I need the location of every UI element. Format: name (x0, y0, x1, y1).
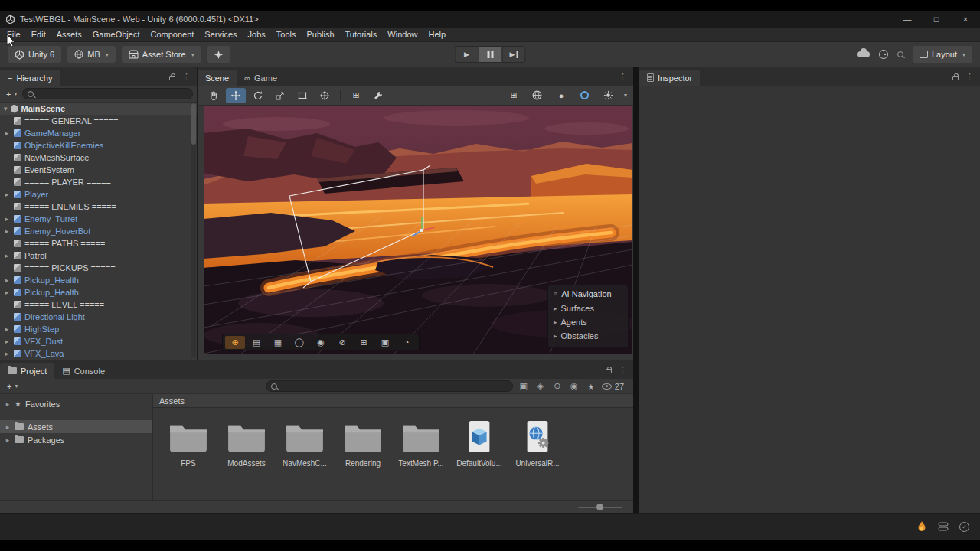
lock-icon[interactable] (169, 76, 175, 80)
ai-navigation-header[interactable]: ≡ AI Navigation (554, 289, 622, 298)
asset-folder-textmesh[interactable]: TextMesh P... (392, 417, 450, 468)
expand-arrow-icon[interactable]: ▸ (3, 276, 11, 284)
play-button[interactable]: ▶ (455, 46, 479, 63)
asset-folder-rendering[interactable]: Rendering (334, 417, 392, 468)
scene-lighting-button[interactable] (599, 88, 619, 103)
hierarchy-item[interactable]: ▸ HighStep › (0, 323, 197, 335)
cloud-services-icon[interactable] (858, 51, 870, 57)
shading-mode-button[interactable]: ● (551, 88, 571, 103)
search-saved-button[interactable]: ◉ (568, 381, 580, 391)
search-by-label-button[interactable]: ◈ (534, 381, 547, 391)
rotate-tool-button[interactable] (248, 88, 268, 103)
packages-tree-row[interactable]: ▸ Packages (0, 433, 152, 446)
panel-menu-icon[interactable]: ⋮ (182, 72, 191, 82)
tab-project[interactable]: Project (0, 363, 54, 379)
layout-dropdown[interactable]: Layout ▾ (913, 46, 972, 63)
version-control-button[interactable] (207, 46, 230, 63)
create-object-button[interactable]: + ▾ (4, 88, 19, 100)
menu-services[interactable]: Services (199, 28, 242, 42)
scene-header-row[interactable]: ▾ MainScene (0, 103, 197, 115)
menu-tutorials[interactable]: Tutorials (340, 28, 383, 42)
nav-surfaces-row[interactable]: ▸ Surfaces (554, 302, 622, 315)
expand-arrow-icon[interactable]: ▸ (3, 350, 11, 357)
asset-folder-modassets[interactable]: ModAssets (217, 417, 276, 468)
tab-console[interactable]: ▤ Console (54, 363, 113, 379)
gizmos-toggle-button[interactable] (575, 88, 595, 103)
expand-arrow-icon[interactable]: ▸ (554, 318, 557, 326)
overlay-tool-button[interactable]: ⊘ (332, 336, 352, 349)
asset-volume-profile[interactable]: DefaultVolu... (450, 417, 508, 468)
tab-hierarchy[interactable]: ≡ Hierarchy (0, 70, 60, 86)
account-button[interactable]: MB ▾ (67, 46, 116, 63)
search-by-bundle-button[interactable]: ⊙ (551, 381, 564, 391)
undo-history-icon[interactable] (879, 50, 888, 59)
unity-version-button[interactable]: Unity 6 (8, 46, 61, 63)
lock-icon[interactable] (952, 76, 959, 80)
menu-gameobject[interactable]: GameObject (87, 28, 145, 42)
expand-arrow-icon[interactable]: ▸ (554, 332, 557, 340)
expand-arrow-icon[interactable]: ▸ (3, 337, 11, 345)
snap-grid-button[interactable]: ⊞ (346, 88, 366, 103)
hierarchy-item[interactable]: ▸ Patrol (0, 249, 197, 262)
overlay-tool-button[interactable]: ▣ (375, 336, 395, 349)
cache-layers-icon[interactable] (938, 522, 949, 531)
search-by-type-button[interactable]: ▣ (518, 381, 530, 391)
expand-arrow-icon[interactable]: ▸ (3, 191, 11, 198)
expand-arrow-icon[interactable]: ▸ (3, 215, 11, 223)
expand-arrow-icon[interactable]: ▸ (5, 400, 11, 408)
transform-tool-button[interactable] (315, 88, 335, 103)
pause-button[interactable] (479, 46, 502, 63)
asset-store-button[interactable]: Asset Store ▾ (122, 46, 201, 63)
titlebar[interactable]: TestWEBGL - MainScene - Web - Unity 6 (6… (0, 11, 980, 28)
hand-tool-button[interactable] (204, 88, 224, 103)
step-button[interactable]: ▶ (502, 46, 526, 63)
nav-agents-row[interactable]: ▸ Agents (554, 315, 622, 329)
panel-menu-icon[interactable]: ⋮ (965, 72, 974, 82)
menu-assets[interactable]: Assets (51, 28, 87, 42)
hierarchy-scrollbar[interactable] (191, 103, 196, 357)
hierarchy-item[interactable]: ▸ VFX_Lava › (0, 347, 197, 360)
hierarchy-item[interactable]: ▸ Enemy_HoverBot › (0, 225, 197, 237)
hierarchy-item[interactable]: ===== ENEMIES ===== (0, 201, 197, 213)
hierarchy-item[interactable]: ObjectiveKillEnemies › (0, 139, 197, 152)
asset-render-pipeline[interactable]: UniversalR... (508, 417, 567, 468)
menu-jobs[interactable]: Jobs (243, 28, 271, 42)
overlay-tool-button[interactable]: ◉ (311, 336, 331, 349)
assets-tree-row[interactable]: ▸ Assets (0, 420, 152, 433)
expand-arrow-icon[interactable]: ▸ (554, 305, 557, 312)
search-icon[interactable] (897, 51, 903, 57)
asset-folder-fps[interactable]: FPS (159, 417, 217, 468)
expand-arrow-icon[interactable]: ▸ (3, 129, 11, 137)
hierarchy-item[interactable]: ▸ Player › (0, 188, 197, 201)
asset-folder-navmesh[interactable]: NavMeshC... (276, 417, 334, 468)
hierarchy-item[interactable]: ===== PLAYER ===== (0, 176, 197, 188)
expand-arrow-icon[interactable]: ▸ (5, 436, 11, 444)
menu-window[interactable]: Window (382, 28, 423, 42)
ai-navigation-overlay[interactable]: ≡ AI Navigation ▸ Surfaces ▸ Agents ▸ Ob… (547, 285, 629, 348)
menu-edit[interactable]: Edit (26, 28, 51, 42)
rect-tool-button[interactable] (292, 88, 312, 103)
expand-arrow-icon[interactable]: ▾ (4, 105, 8, 112)
slider-thumb[interactable] (596, 504, 603, 510)
status-ok-icon[interactable]: ✓ (959, 522, 969, 532)
scale-tool-button[interactable] (270, 88, 290, 103)
hierarchy-item[interactable]: ▸ Pickup_Health › (0, 274, 197, 286)
chevron-down-icon[interactable]: ▾ (624, 92, 627, 99)
expand-arrow-icon[interactable]: ▸ (3, 227, 11, 235)
drag-handle-icon[interactable]: ≡ (554, 290, 557, 298)
expand-arrow-icon[interactable]: ▸ (3, 252, 11, 259)
menu-help[interactable]: Help (423, 28, 451, 42)
favorite-search-button[interactable]: ★ (585, 382, 597, 391)
menu-component[interactable]: Component (145, 28, 199, 42)
hierarchy-item[interactable]: ▸ GameManager › (0, 127, 197, 139)
hierarchy-item[interactable]: NavMeshSurface (0, 152, 197, 164)
overlay-tool-button-active[interactable]: ⊕ (225, 336, 245, 349)
menu-tools[interactable]: Tools (271, 28, 302, 42)
hierarchy-item[interactable]: ===== PICKUPS ===== (0, 262, 197, 274)
move-tool-button[interactable] (226, 88, 246, 103)
maximize-button[interactable]: □ (922, 11, 951, 28)
hierarchy-item[interactable]: EventSystem (0, 164, 197, 176)
overlay-tool-button[interactable]: ◯ (289, 336, 309, 349)
panel-menu-icon[interactable]: ⋮ (619, 365, 627, 375)
close-button[interactable]: × (951, 11, 980, 28)
